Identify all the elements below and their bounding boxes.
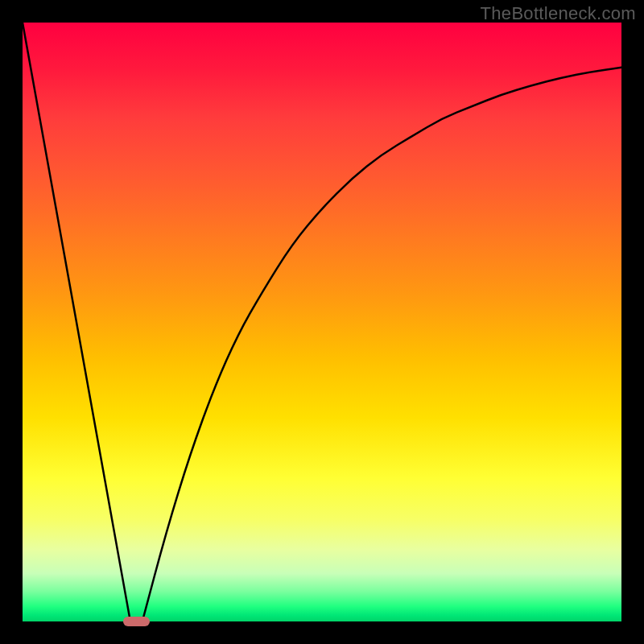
curve-layer xyxy=(23,23,621,621)
optimum-marker xyxy=(123,617,150,626)
watermark-text: TheBottleneck.com xyxy=(481,3,636,24)
chart-frame: TheBottleneck.com xyxy=(0,0,644,644)
right-curve xyxy=(142,68,621,621)
left-line xyxy=(23,23,130,621)
plot-area xyxy=(23,23,621,621)
